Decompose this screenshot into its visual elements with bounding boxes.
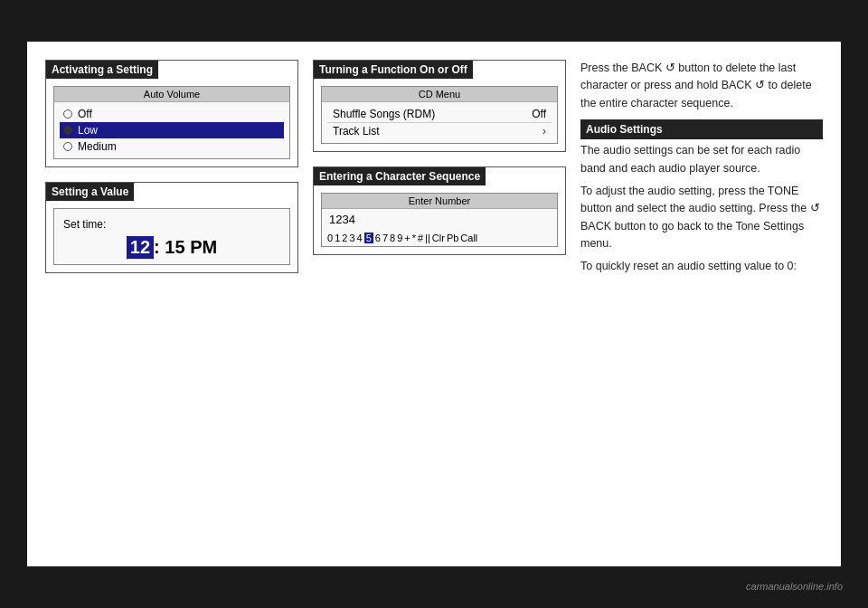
num-clr: Clr — [432, 233, 445, 243]
entering-screen: Enter Number 1234 0 1 2 3 4 5 6 7 8 9 — [321, 193, 558, 247]
left-column: Activating a Setting Auto Volume Off Low… — [45, 60, 298, 548]
set-time-label: Set time: — [63, 218, 280, 231]
turning-title: Turning a Function On or Off — [314, 61, 473, 79]
entering-box: Entering a Character Sequence Enter Numb… — [313, 166, 566, 255]
num-5-selected: 5 — [364, 233, 373, 243]
right-column: Press the BACK ↺ button to delete the la… — [580, 60, 823, 548]
num-star: * — [412, 233, 416, 243]
num-6: 6 — [375, 233, 381, 243]
setting-value-box: Setting a Value Set time: 12: 15 PM — [45, 182, 298, 273]
num-row: 0 1 2 3 4 5 6 7 8 9 + * # |​| — [322, 230, 557, 246]
radio-off-icon — [63, 109, 72, 119]
set-time-body: Set time: 12: 15 PM — [54, 209, 289, 264]
turning-box: Turning a Function On or Off CD Menu Shu… — [313, 60, 566, 152]
shuffle-value: Off — [532, 108, 546, 120]
num-7: 7 — [382, 233, 388, 243]
entered-value: 1234 — [322, 209, 557, 230]
activating-row-low: Low — [60, 122, 284, 138]
num-8: 8 — [390, 233, 395, 243]
activating-title: Activating a Setting — [46, 61, 158, 79]
radio-low-icon — [63, 126, 72, 135]
turning-screen: CD Menu Shuffle Songs (RDM) Off Track Li… — [321, 86, 558, 144]
num-3: 3 — [349, 233, 354, 243]
turning-row-shuffle: Shuffle Songs (RDM) Off — [327, 106, 552, 123]
activating-box: Activating a Setting Auto Volume Off Low… — [45, 60, 298, 167]
activating-screen: Auto Volume Off Low Medium — [53, 86, 290, 159]
setting-value-screen: Set time: 12: 15 PM — [53, 208, 290, 265]
num-plus: + — [404, 233, 410, 243]
num-call: Call — [460, 233, 477, 243]
turning-row-tracklist: Track List › — [327, 123, 552, 139]
num-2: 2 — [342, 233, 347, 243]
middle-column: Turning a Function On or Off CD Menu Shu… — [313, 60, 566, 548]
num-9: 9 — [397, 233, 402, 243]
num-0: 0 — [327, 233, 333, 243]
tracklist-arrow-icon: › — [542, 125, 546, 138]
reset-text: To quickly reset an audio setting value … — [580, 258, 823, 280]
set-time-rest: : 15 PM — [154, 237, 217, 258]
activating-screen-body: Off Low Medium — [54, 102, 289, 158]
activating-row-medium: Medium — [60, 138, 284, 155]
audio-settings-heading: Audio Settings — [580, 119, 823, 139]
turning-screen-body: Shuffle Songs (RDM) Off Track List › — [322, 102, 557, 143]
num-4: 4 — [357, 233, 363, 243]
watermark: carmanualsonline.info — [746, 581, 843, 592]
intro-text: Press the BACK ↺ button to delete the la… — [580, 60, 823, 118]
enter-number-header: Enter Number — [322, 194, 557, 209]
enter-number-body: Enter Number 1234 0 1 2 3 4 5 6 7 8 9 — [322, 194, 557, 246]
adjust-text: To adjust the audio setting, press the T… — [580, 183, 823, 259]
set-time-highlighted: 12 — [127, 236, 154, 259]
activating-screen-header: Auto Volume — [54, 87, 289, 102]
setting-value-title: Setting a Value — [46, 183, 134, 201]
audio-text: The audio settings can be set for each r… — [580, 142, 823, 183]
radio-medium-icon — [63, 142, 72, 151]
tracklist-label: Track List — [333, 125, 380, 138]
shuffle-label: Shuffle Songs (RDM) — [333, 108, 435, 120]
num-pipe: |​| — [425, 233, 430, 243]
num-1: 1 — [335, 233, 340, 243]
turning-screen-header: CD Menu — [322, 87, 557, 102]
entering-title: Entering a Character Sequence — [314, 167, 486, 185]
num-hash: # — [418, 233, 423, 243]
num-pb: Pb — [447, 233, 458, 243]
activating-row-off: Off — [60, 106, 284, 122]
set-time-value: 12: 15 PM — [63, 236, 280, 259]
